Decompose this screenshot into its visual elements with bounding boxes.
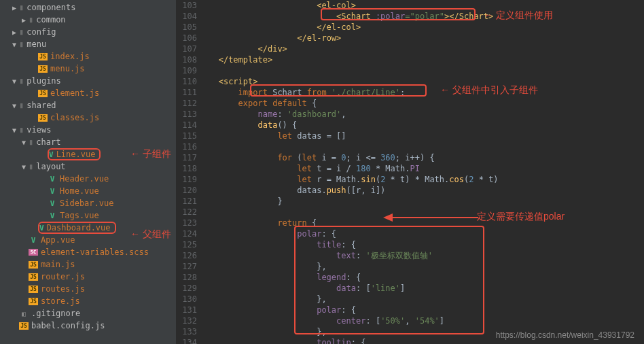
tree-item-views[interactable]: ▼▮views <box>0 124 176 136</box>
tree-label: Tags.vue <box>60 211 99 220</box>
tree-label: Dashboard.vue <box>47 223 111 233</box>
tree-label: Sidebar.vue <box>60 199 113 208</box>
tree-item-App-vue[interactable]: VApp.vue <box>0 234 176 246</box>
tree-item-element-js[interactable]: JSelement.js <box>0 87 176 99</box>
tree-label: index.js <box>50 52 90 61</box>
tree-item-Header-vue[interactable]: VHeader.vue <box>0 173 176 185</box>
line-number: 104 <box>177 11 197 22</box>
code-token: 0 <box>341 153 346 162</box>
tree-label: Header.vue <box>60 174 109 184</box>
tree-item-shared[interactable]: ▼▮shared <box>0 99 176 111</box>
code-token: 360 <box>380 153 395 162</box>
code-token: r = Math. <box>317 175 361 184</box>
line-number: 109 <box>177 65 197 76</box>
tree-label: element-variables.scss <box>41 247 149 257</box>
line-number-gutter: 1031041051061071081091101111121131141151… <box>177 0 204 344</box>
tree-item-plugins[interactable]: ▼▮plugins <box>0 75 176 87</box>
line-number: 112 <box>177 98 197 109</box>
highlight-box: VLine.vue <box>48 148 101 160</box>
code-token: : <box>277 109 287 119</box>
tree-item-Line-vue[interactable]: VLine.vue <box>0 148 176 160</box>
tree-item-store-js[interactable]: JSstore.js <box>0 295 176 307</box>
tree-item--gitignore[interactable]: ◧.gitignore <box>0 307 176 320</box>
file-tree-sidebar[interactable]: ▶▮components▶▮common▶▮config▼▮menuJSinde… <box>0 0 177 344</box>
code-token: ([r, i]) <box>346 186 386 195</box>
tree-item-babel-config-js[interactable]: JSbabel.config.js <box>0 320 176 332</box>
tree-item-Home-vue[interactable]: VHome.vue <box>0 185 176 197</box>
code-token: data <box>257 120 277 130</box>
line-number: 130 <box>177 294 197 305</box>
tree-arrow[interactable]: ▶ <box>10 29 19 36</box>
line-number: 113 <box>177 109 197 120</box>
tree-item-main-js[interactable]: JSmain.js <box>0 258 176 271</box>
folder-icon: ▮ <box>29 162 33 171</box>
tree-label: main.js <box>41 260 75 269</box>
code-token: ; i++) { <box>395 153 435 162</box>
tree-arrow[interactable]: ▼ <box>10 41 19 48</box>
code-token: </el-col> <box>317 22 361 32</box>
code-token: datas. <box>297 186 326 195</box>
tree-item-menu[interactable]: ▼▮menu <box>0 38 176 50</box>
code-token: : { <box>351 338 366 344</box>
tree-arrow[interactable]: ▶ <box>10 4 19 12</box>
scss-icon: SC <box>29 249 38 256</box>
tree-item-components[interactable]: ▶▮components <box>0 1 176 14</box>
tree-arrow[interactable]: ▼ <box>10 78 19 85</box>
code-token: cos <box>449 175 464 184</box>
js-icon: JS <box>38 65 48 73</box>
tree-arrow[interactable]: ▼ <box>19 139 29 146</box>
tree-item-layout[interactable]: ▼▮layout <box>0 160 176 173</box>
js-icon: JS <box>19 322 29 330</box>
tree-label: menu <box>26 39 46 49</box>
folder-icon: ▮ <box>29 137 33 147</box>
tree-item-routes-js[interactable]: JSroutes.js <box>0 283 176 295</box>
code-token: , <box>341 109 346 119</box>
vue-icon: V <box>49 150 54 159</box>
folder-icon: ▮ <box>19 27 24 37</box>
code-token: datas = [] <box>297 131 346 141</box>
tree-label: classes.js <box>50 113 99 122</box>
tree-arrow[interactable]: ▼ <box>10 126 19 134</box>
tree-item-index-js[interactable]: JSindex.js <box>0 50 176 63</box>
code-token: let <box>297 164 317 173</box>
code-token: let <box>277 131 297 141</box>
code-token: push <box>327 186 346 195</box>
tree-item-chart[interactable]: ▼▮chart <box>0 136 176 148</box>
js-icon: JS <box>29 286 38 293</box>
tree-item-classes-js[interactable]: JSclasses.js <box>0 111 176 124</box>
code-editor[interactable]: 1031041051061071081091101111121131141151… <box>177 0 644 344</box>
tree-item-Dashboard-vue[interactable]: VDashboard.vue <box>0 222 176 234</box>
js-icon: JS <box>38 114 48 122</box>
tree-item-config[interactable]: ▶▮config <box>0 26 176 38</box>
code-token: for <box>277 153 297 162</box>
tree-arrow[interactable]: ▼ <box>19 163 29 171</box>
tree-label: babel.config.js <box>31 321 105 330</box>
tree-label: menu.js <box>50 64 85 73</box>
tree-label: App.vue <box>41 235 75 245</box>
folder-icon: ▮ <box>29 15 33 24</box>
code-token: name <box>257 109 277 119</box>
line-number: 105 <box>177 22 197 33</box>
tree-arrow[interactable]: ▼ <box>10 102 19 109</box>
tree-item-common[interactable]: ▶▮common <box>0 14 176 26</box>
vue-icon: V <box>48 187 57 196</box>
line-number: 129 <box>177 283 197 294</box>
folder-icon: ▮ <box>19 101 24 110</box>
line-number: 122 <box>177 207 197 218</box>
line-number: 124 <box>177 228 197 239</box>
tree-item-element-variables-scss[interactable]: SCelement-variables.scss <box>0 246 176 258</box>
tree-item-Tags-vue[interactable]: VTags.vue <box>0 209 176 222</box>
code-token: * t) <box>473 175 498 184</box>
tree-item-router-js[interactable]: JSrouter.js <box>0 271 176 283</box>
tree-arrow[interactable]: ▶ <box>19 16 29 24</box>
code-token: sin <box>361 175 376 184</box>
tree-item-menu-js[interactable]: JSmenu.js <box>0 63 176 75</box>
code-token: ; i <= <box>346 153 381 162</box>
vue-icon: V <box>48 211 57 220</box>
line-number: 106 <box>177 33 197 44</box>
tree-item-Sidebar-vue[interactable]: VSidebar.vue <box>0 197 176 209</box>
code-token: * Math. <box>371 164 410 173</box>
code-token: tooltip <box>317 338 351 344</box>
code-area: <el-col> <Schart :polar="polar"></Schart… <box>204 0 644 344</box>
vue-icon: V <box>48 199 57 208</box>
